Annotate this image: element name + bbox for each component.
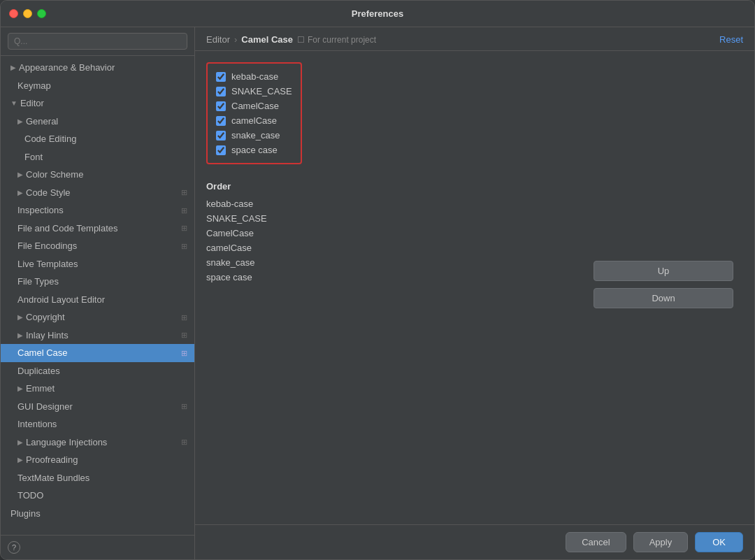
order-item-2: CamelCase xyxy=(206,227,267,240)
copy-icon: ⊞ xyxy=(181,329,187,341)
sidebar-item-label: Android Layout Editor xyxy=(17,293,105,307)
checkboxes-section: kebab-case SNAKE_CASE CamelCase camelCas… xyxy=(206,62,302,164)
help-button[interactable]: ? xyxy=(8,541,20,554)
sidebar-item-file-code-templates[interactable]: File and Code Templates ⊞ xyxy=(1,220,194,238)
sidebar-item-emmet[interactable]: ▶ Emmet xyxy=(1,380,194,398)
checkbox-kebab-case-input[interactable] xyxy=(216,72,226,82)
sidebar-item-label: GUI Designer xyxy=(17,400,73,414)
preferences-window: Preferences ▶ Appearance & Behavior Keym… xyxy=(0,0,755,560)
sidebar-item-general[interactable]: ▶ General xyxy=(1,113,194,131)
main-panel: Editor › Camel Case ☐For current project… xyxy=(195,27,754,559)
breadcrumb-current: Camel Case xyxy=(241,34,293,45)
window-title: Preferences xyxy=(352,8,403,19)
sidebar-item-live-templates[interactable]: Live Templates xyxy=(1,255,194,273)
sidebar-item-plugins[interactable]: Plugins xyxy=(1,505,194,523)
sidebar-item-keymap[interactable]: Keymap xyxy=(1,77,194,95)
order-item-3: camelCase xyxy=(206,241,267,254)
sidebar-item-gui-designer[interactable]: GUI Designer ⊞ xyxy=(1,398,194,416)
sidebar-item-textmate-bundles[interactable]: TextMate Bundles xyxy=(1,469,194,487)
sidebar-item-label: Duplicates xyxy=(17,364,60,378)
reset-button[interactable]: Reset xyxy=(719,34,743,45)
down-button[interactable]: Down xyxy=(594,288,733,308)
copy-icon: ⊞ xyxy=(181,312,187,324)
sidebar-item-copyright[interactable]: ▶ Copyright ⊞ xyxy=(1,308,194,326)
sidebar-item-label: Code Style xyxy=(26,186,71,200)
checkbox-camel-case-upper-label: CamelCase xyxy=(231,101,279,111)
breadcrumb-parent: Editor xyxy=(206,34,230,45)
sidebar-item-inspections[interactable]: Inspections ⊞ xyxy=(1,201,194,220)
checkbox-kebab-case: kebab-case xyxy=(216,69,292,84)
sidebar-item-label: Language Injections xyxy=(26,436,107,450)
minimize-button[interactable] xyxy=(23,9,32,18)
breadcrumb: Editor › Camel Case ☐For current project xyxy=(206,34,376,45)
sidebar-item-appearance-behavior[interactable]: ▶ Appearance & Behavior xyxy=(1,59,194,77)
order-items-list: kebab-case SNAKE_CASE CamelCase camelCas… xyxy=(206,197,267,284)
checkbox-snake-case-upper-label: SNAKE_CASE xyxy=(231,86,292,96)
sidebar-item-label: Emmet xyxy=(26,382,55,396)
sidebar-item-duplicates[interactable]: Duplicates xyxy=(1,362,194,380)
sidebar-item-label: Appearance & Behavior xyxy=(19,61,115,75)
traffic-lights xyxy=(9,9,46,18)
checkbox-kebab-case-label: kebab-case xyxy=(231,71,278,82)
sidebar-item-label: Inlay Hints xyxy=(26,329,69,343)
sidebar-item-file-types[interactable]: File Types xyxy=(1,273,194,291)
sidebar-item-todo[interactable]: TODO xyxy=(1,487,194,505)
sidebar-item-label: Intentions xyxy=(17,417,57,431)
copy-icon: ⊞ xyxy=(181,222,187,234)
checkbox-snake-case: snake_case xyxy=(216,128,292,143)
checkbox-space-case-input[interactable] xyxy=(216,145,226,155)
main-header: Editor › Camel Case ☐For current project… xyxy=(195,27,754,51)
sidebar-item-language-injections[interactable]: ▶ Language Injections ⊞ xyxy=(1,433,194,452)
checkbox-space-case-label: space case xyxy=(231,145,278,155)
checkbox-camel-case-upper: CamelCase xyxy=(216,99,292,113)
cancel-button[interactable]: Cancel xyxy=(566,532,626,552)
close-button[interactable] xyxy=(9,9,18,18)
copy-icon: ⊞ xyxy=(181,205,187,217)
sidebar-item-label: File and Code Templates xyxy=(17,222,118,236)
chevron-right-icon: ▶ xyxy=(17,116,23,127)
chevron-down-icon: ▼ xyxy=(10,98,17,108)
sidebar-item-label: Font xyxy=(24,150,43,164)
sidebar-item-code-style[interactable]: ▶ Code Style ⊞ xyxy=(1,184,194,202)
sidebar-item-label: TextMate Bundles xyxy=(17,471,89,485)
chevron-right-icon: ▶ xyxy=(10,62,16,73)
search-input[interactable] xyxy=(8,33,187,50)
ok-button[interactable]: OK xyxy=(695,532,743,552)
chevron-right-icon: ▶ xyxy=(17,169,23,180)
sidebar-item-color-scheme[interactable]: ▶ Color Scheme xyxy=(1,166,194,184)
chevron-right-icon: ▶ xyxy=(17,383,23,394)
checkbox-snake-case-label: snake_case xyxy=(231,130,280,141)
sidebar-item-intentions[interactable]: Intentions xyxy=(1,415,194,433)
checkbox-camel-case-lower-label: camelCase xyxy=(231,115,277,126)
sidebar-item-camel-case[interactable]: Camel Case ⊞ xyxy=(1,344,194,362)
content-area: ▶ Appearance & Behavior Keymap ▼ Editor … xyxy=(1,27,754,559)
order-item-5: space case xyxy=(206,271,267,284)
order-item-4: snake_case xyxy=(206,256,267,269)
sidebar-item-proofreading[interactable]: ▶ Proofreading xyxy=(1,451,194,469)
order-label: Order xyxy=(206,181,743,192)
maximize-button[interactable] xyxy=(37,9,46,18)
apply-button[interactable]: Apply xyxy=(633,532,689,552)
checkbox-camel-case-lower-input[interactable] xyxy=(216,116,226,126)
sidebar-item-label: Code Editing xyxy=(24,132,76,146)
sidebar-item-label: File Encodings xyxy=(17,239,77,253)
sidebar-item-editor[interactable]: ▼ Editor xyxy=(1,94,194,113)
checkbox-snake-case-upper: SNAKE_CASE xyxy=(216,84,292,99)
sidebar-item-code-editing[interactable]: Code Editing xyxy=(1,130,194,148)
checkbox-snake-case-input[interactable] xyxy=(216,131,226,141)
chevron-right-icon: ▶ xyxy=(17,437,23,447)
sidebar-item-inlay-hints[interactable]: ▶ Inlay Hints ⊞ xyxy=(1,326,194,345)
sidebar-item-file-encodings[interactable]: File Encodings ⊞ xyxy=(1,237,194,255)
sidebar-item-font[interactable]: Font xyxy=(1,148,194,166)
sidebar-item-label: Live Templates xyxy=(17,257,78,271)
titlebar: Preferences xyxy=(1,1,754,27)
checkbox-snake-case-upper-input[interactable] xyxy=(216,87,226,96)
sidebar: ▶ Appearance & Behavior Keymap ▼ Editor … xyxy=(1,27,195,559)
sidebar-item-label: TODO xyxy=(17,489,43,503)
main-body: kebab-case SNAKE_CASE CamelCase camelCas… xyxy=(195,51,754,524)
search-box xyxy=(1,27,194,56)
sidebar-item-android-layout-editor[interactable]: Android Layout Editor xyxy=(1,291,194,309)
checkbox-camel-case-upper-input[interactable] xyxy=(216,101,226,111)
up-button[interactable]: Up xyxy=(594,261,733,281)
sidebar-item-label: Copyright xyxy=(26,310,65,324)
